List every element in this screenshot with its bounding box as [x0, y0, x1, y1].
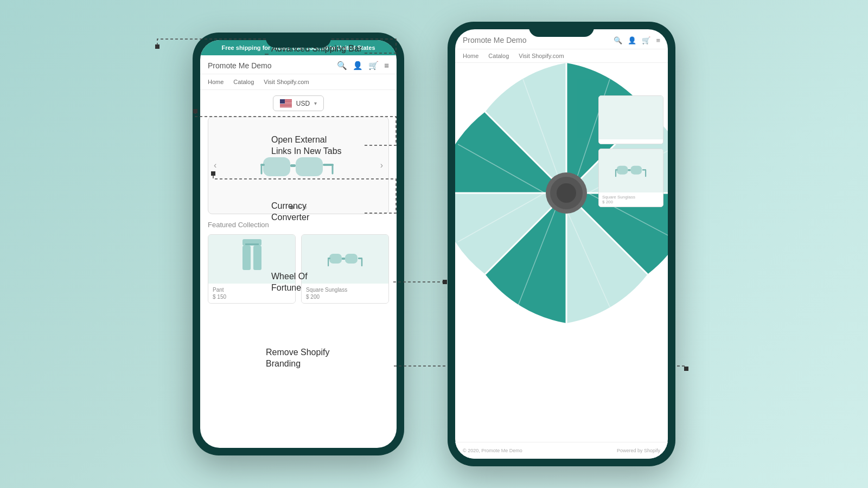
svg-rect-34 — [155, 44, 159, 49]
pants-icon — [237, 239, 267, 280]
product-card-pant[interactable]: Pant $ 150 — [208, 234, 296, 304]
product-price-sunglass: $ 200 — [306, 294, 384, 300]
svg-rect-22 — [242, 246, 251, 270]
right-menu-icon[interactable]: ≡ — [656, 36, 660, 44]
currency-code: USD — [296, 100, 310, 107]
thumb-image-1 — [599, 96, 663, 139]
us-flag-icon — [280, 99, 292, 107]
product-name-pant: Pant — [213, 287, 291, 293]
product-info-pant: Pant $ 150 — [208, 284, 295, 303]
svg-rect-7 — [280, 104, 292, 104]
thumb-info-1 — [599, 139, 663, 144]
svg-rect-9 — [280, 105, 292, 105]
svg-rect-60 — [631, 166, 642, 175]
svg-rect-10 — [280, 106, 292, 106]
thumb-sunglass-icon — [615, 160, 647, 182]
right-nav-home[interactable]: Home — [463, 53, 478, 59]
right-phone-screen: Promote Me Demo 🔍 👤 🛒 ≡ Home Catalog Vis… — [455, 29, 668, 459]
currency-box[interactable]: USD ▾ — [273, 95, 324, 111]
thumb-name-2: Square Sunglass — [602, 195, 660, 200]
svg-rect-23 — [253, 246, 261, 270]
shipping-amount: $300.00 — [307, 44, 328, 51]
annotation-lines — [0, 0, 868, 488]
slider-dot-2[interactable] — [297, 206, 301, 209]
svg-rect-61 — [628, 169, 630, 171]
right-store-nav: Home Catalog Visit Shopify.com — [455, 49, 668, 63]
right-footer: © 2020, Promote Me Demo Powered by Shopi… — [455, 442, 668, 459]
product-info-sunglass: Square Sunglass $ 200 — [302, 284, 388, 303]
left-store-title: Promote Me Demo — [208, 61, 271, 70]
right-user-icon[interactable]: 👤 — [628, 36, 636, 44]
right-phone: Promote Me Demo 🔍 👤 🛒 ≡ Home Catalog Vis… — [448, 22, 675, 466]
user-icon[interactable]: 👤 — [353, 61, 363, 70]
svg-rect-26 — [345, 254, 358, 264]
shipping-bar: Free shipping for orders over $300.00 to… — [200, 40, 397, 55]
featured-section: Featured Collection — [200, 214, 397, 310]
left-header-icons: 🔍 👤 🛒 ≡ — [337, 61, 389, 70]
product-image-sunglass — [302, 235, 388, 284]
footer-powered: Powered by Shopify — [617, 448, 660, 453]
svg-rect-15 — [296, 157, 323, 176]
main-container: Free shipping for orders over $300.00 to… — [0, 0, 868, 488]
product-card-sunglass[interactable]: Square Sunglass $ 200 — [301, 234, 389, 304]
product-price-pant: $ 150 — [213, 294, 291, 300]
cart-icon[interactable]: 🛒 — [368, 61, 379, 70]
svg-rect-38 — [684, 367, 688, 371]
thumb-image-2 — [599, 149, 663, 192]
hero-sunglasses-icon — [260, 146, 336, 184]
svg-rect-59 — [617, 166, 628, 175]
slider-next-button[interactable]: › — [380, 160, 383, 170]
right-store-title: Promote Me Demo — [463, 36, 526, 44]
svg-rect-25 — [329, 254, 342, 264]
thumb-info-2: Square Sunglass $ 200 — [599, 192, 663, 207]
right-search-icon[interactable]: 🔍 — [614, 36, 622, 44]
shipping-bar-text: Free shipping for orders over $300.00 to… — [221, 44, 375, 51]
right-header-icons: 🔍 👤 🛒 ≡ — [614, 36, 660, 44]
svg-rect-11 — [280, 106, 292, 107]
nav-visit-shopify[interactable]: Visit Shopify.com — [264, 79, 309, 85]
left-phone-screen: Free shipping for orders over $300.00 to… — [200, 40, 397, 448]
svg-rect-16 — [290, 164, 296, 167]
svg-rect-27 — [342, 258, 345, 260]
svg-rect-14 — [263, 157, 290, 176]
svg-rect-8 — [280, 104, 292, 105]
footer-copyright: © 2020, Promote Me Demo — [463, 448, 522, 453]
left-phone: Free shipping for orders over $300.00 to… — [193, 33, 404, 455]
right-cart-icon[interactable]: 🛒 — [642, 36, 650, 44]
product-thumbnails: Square Sunglass $ 200 — [598, 95, 663, 211]
slider-dot-3[interactable] — [303, 206, 307, 209]
svg-rect-12 — [280, 107, 292, 107]
annotations: Advanced Shipping Bar Open ExternalLinks… — [0, 0, 868, 488]
featured-title: Featured Collection — [208, 221, 389, 229]
product-grid: Pant $ 150 — [208, 234, 389, 304]
slider-prev-button[interactable]: ‹ — [214, 160, 216, 170]
left-store-nav: Home Catalog Visit Shopify.com — [200, 74, 397, 90]
left-store-header: Promote Me Demo 🔍 👤 🛒 ≡ — [200, 55, 397, 74]
slider-dot-1[interactable] — [290, 206, 294, 209]
nav-home[interactable]: Home — [208, 79, 224, 85]
right-nav-catalog[interactable]: Catalog — [488, 53, 509, 59]
nav-catalog[interactable]: Catalog — [233, 79, 254, 85]
svg-rect-37 — [443, 280, 447, 284]
sunglass-small-icon — [328, 247, 363, 272]
right-nav-visit-shopify[interactable]: Visit Shopify.com — [519, 53, 564, 59]
thumb-card-1[interactable] — [598, 95, 663, 144]
svg-rect-24 — [245, 243, 259, 245]
chevron-down-icon: ▾ — [314, 100, 317, 106]
hero-slider: ‹ › — [208, 117, 389, 214]
right-store-header: Promote Me Demo 🔍 👤 🛒 ≡ — [455, 29, 668, 49]
thumb-price-2: $ 200 — [602, 200, 660, 204]
currency-selector[interactable]: USD ▾ — [200, 90, 397, 117]
svg-point-57 — [557, 183, 576, 203]
menu-icon[interactable]: ≡ — [384, 61, 389, 70]
thumb-card-2[interactable]: Square Sunglass $ 200 — [598, 149, 663, 207]
svg-rect-13 — [280, 99, 285, 104]
wheel-container: › — [455, 63, 668, 377]
search-icon[interactable]: 🔍 — [337, 61, 347, 70]
product-image-pant — [208, 235, 295, 284]
product-name-sunglass: Square Sunglass — [306, 287, 384, 293]
